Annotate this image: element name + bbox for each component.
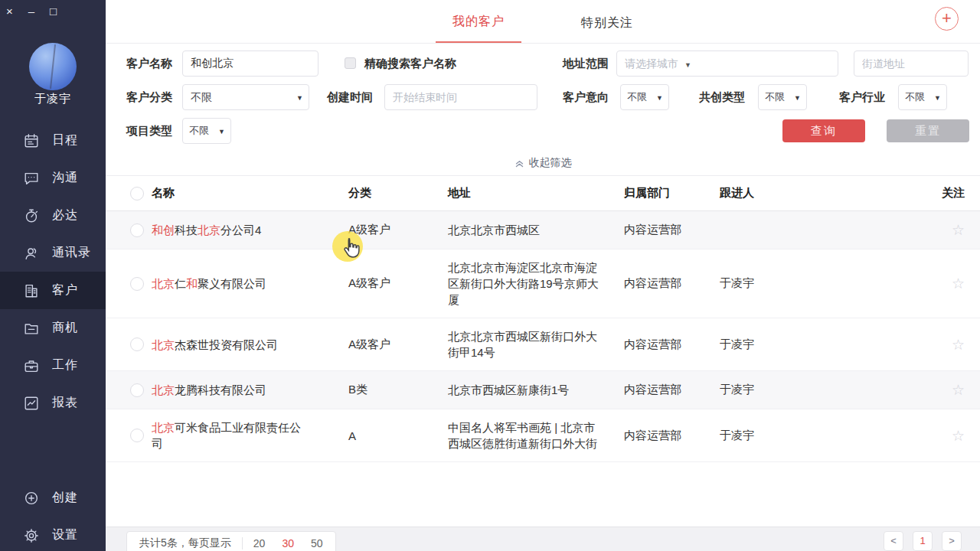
page-size-30[interactable]: 30 xyxy=(282,537,294,549)
col-header-address: 地址 xyxy=(448,186,624,201)
sidebar-item-label: 工作 xyxy=(52,357,78,373)
star-icon[interactable]: ☆ xyxy=(952,428,965,444)
customer-category-label: 客户分类 xyxy=(126,84,172,110)
highlighted-keyword: 北京 xyxy=(152,277,175,290)
window-maximize-button[interactable]: □ xyxy=(50,5,57,18)
briefcase-icon xyxy=(23,357,40,374)
star-icon[interactable]: ☆ xyxy=(952,337,965,353)
search-button[interactable]: 查询 xyxy=(782,119,865,142)
avatar[interactable] xyxy=(29,43,77,90)
pagination-prev-button[interactable]: < xyxy=(884,531,903,551)
stopwatch-icon xyxy=(23,207,40,224)
customer-name-link[interactable]: 北京可米食品工业有限责任公司 xyxy=(152,419,309,452)
customer-table: 名称 分类 地址 归属部门 跟进人 关注 和创科技北京分公司4A级客户北京北京市… xyxy=(106,176,980,462)
sidebar-item-create[interactable]: 创建 xyxy=(0,479,106,517)
divider xyxy=(242,537,243,549)
sidebar-item-contacts[interactable]: 通讯录 xyxy=(0,234,106,272)
customer-industry-select[interactable]: 不限▼ xyxy=(898,84,947,110)
sidebar-item-work[interactable]: 工作 xyxy=(0,347,106,384)
col-header-department: 归属部门 xyxy=(624,186,720,201)
row-checkbox[interactable] xyxy=(130,277,144,291)
cocreate-type-select[interactable]: 不限▼ xyxy=(758,84,807,110)
star-icon[interactable]: ☆ xyxy=(952,276,965,292)
project-type-select[interactable]: 不限▼ xyxy=(182,118,231,144)
name-text: 仁 xyxy=(175,277,186,290)
customer-follower: 于凌宇 xyxy=(720,337,919,352)
filter-panel: 客户名称 精确搜索客户名称 地址范围 请选择城市▼ 客户分类 不限▼ 创建时间 … xyxy=(106,44,980,151)
customer-name-input[interactable] xyxy=(182,51,318,77)
sidebar-bottom-menu: 创建设置 xyxy=(0,479,106,551)
pagination-next-button[interactable]: > xyxy=(942,531,962,551)
exact-search-checkbox[interactable] xyxy=(345,57,356,69)
sidebar-item-label: 日程 xyxy=(52,132,78,148)
cocreate-type-label: 共创类型 xyxy=(699,84,745,110)
chart-icon xyxy=(23,395,40,412)
sidebar-item-label: 通讯录 xyxy=(52,245,91,261)
add-customer-button[interactable]: + xyxy=(935,7,959,31)
follow-cell: ☆ xyxy=(919,275,980,292)
row-checkbox[interactable] xyxy=(130,223,144,237)
page-size-20[interactable]: 20 xyxy=(253,537,266,549)
sidebar-item-communication[interactable]: 沟通 xyxy=(0,159,106,197)
street-address-input[interactable] xyxy=(854,51,969,77)
follow-cell: ☆ xyxy=(919,336,980,354)
sidebar-item-schedule[interactable]: 日程 xyxy=(0,122,106,159)
footer-bar: 共计5条，每页显示 203050 < 1 > xyxy=(106,527,980,551)
highlighted-keyword: 和 xyxy=(186,277,198,290)
sidebar-item-label: 客户 xyxy=(52,282,78,298)
customer-intent-select[interactable]: 不限▼ xyxy=(620,84,669,110)
window-close-button[interactable]: × xyxy=(6,5,13,18)
collapse-filters-button[interactable]: 收起筛选 xyxy=(106,151,980,176)
table-row: 北京可米食品工业有限责任公司A中国名人将军书画苑 | 北京市西城区德胜街道新街口… xyxy=(106,409,980,462)
page-size-50[interactable]: 50 xyxy=(311,537,323,549)
sidebar-item-reports[interactable]: 报表 xyxy=(0,384,106,422)
window-minimize-button[interactable]: – xyxy=(28,5,34,18)
reset-button[interactable]: 重置 xyxy=(887,119,969,142)
folder-icon xyxy=(23,320,40,337)
page-size-control: 共计5条，每页显示 203050 xyxy=(126,531,336,551)
tab-special-follow[interactable]: 特别关注 xyxy=(564,15,650,43)
pagination-current-page[interactable]: 1 xyxy=(913,531,933,551)
sidebar-item-customers[interactable]: 客户 xyxy=(0,272,106,309)
exact-search-label: 精确搜索客户名称 xyxy=(364,51,456,77)
customer-category: A级客户 xyxy=(348,276,448,291)
tab-my-customers[interactable]: 我的客户 xyxy=(436,14,521,43)
sidebar-item-label: 必达 xyxy=(52,207,78,223)
city-select[interactable]: 请选择城市▼ xyxy=(616,51,838,77)
table-row: 北京龙腾科技有限公司B类北京市西城区新康街1号内容运营部于凌宇☆ xyxy=(106,371,980,409)
sidebar-item-settings[interactable]: 设置 xyxy=(0,517,106,551)
customer-address: 北京北京市西城区 xyxy=(448,222,601,238)
row-checkbox[interactable] xyxy=(130,337,144,351)
select-all-checkbox[interactable] xyxy=(130,187,144,201)
customer-department: 内容运营部 xyxy=(624,223,720,237)
star-icon[interactable]: ☆ xyxy=(952,382,965,398)
customer-address: 中国名人将军书画苑 | 北京市西城区德胜街道新街口外大街 xyxy=(448,419,601,452)
caret-down-icon: ▼ xyxy=(218,119,225,144)
highlighted-keyword: 北京 xyxy=(152,421,175,434)
highlighted-keyword: 北京 xyxy=(152,383,175,396)
sidebar-menu: 日程沟通必达通讯录客户商机工作报表 xyxy=(0,122,106,422)
name-text: 聚义有限公司 xyxy=(198,277,266,290)
table-header-row: 名称 分类 地址 归属部门 跟进人 关注 xyxy=(106,176,980,211)
customer-name-link[interactable]: 北京杰森世投资有限公司 xyxy=(152,337,309,353)
customer-department: 内容运营部 xyxy=(624,337,720,352)
main-content: 我的客户特别关注 + 客户名称 精确搜索客户名称 地址范围 请选择城市▼ 客户分… xyxy=(106,0,980,551)
row-checkbox[interactable] xyxy=(130,429,144,442)
follow-cell: ☆ xyxy=(919,221,980,239)
customer-name-link[interactable]: 北京仁和聚义有限公司 xyxy=(152,276,309,292)
name-text: 可米食品工业有限责任公司 xyxy=(152,421,301,450)
customer-name-link[interactable]: 北京龙腾科技有限公司 xyxy=(152,382,309,398)
customer-name-label: 客户名称 xyxy=(126,51,172,77)
pagination: < 1 > xyxy=(884,531,962,551)
row-checkbox[interactable] xyxy=(130,383,144,397)
gear-icon xyxy=(23,527,40,544)
sidebar-item-opportunities[interactable]: 商机 xyxy=(0,309,106,347)
customer-follower: 于凌宇 xyxy=(720,383,919,397)
customer-category-select[interactable]: 不限▼ xyxy=(182,84,309,110)
sidebar-item-bida[interactable]: 必达 xyxy=(0,197,106,234)
follow-cell: ☆ xyxy=(919,381,980,399)
customer-name-link[interactable]: 和创科技北京分公司4 xyxy=(152,222,309,238)
create-time-input[interactable] xyxy=(384,84,537,110)
star-icon[interactable]: ☆ xyxy=(952,222,965,238)
project-type-label: 项目类型 xyxy=(126,118,172,144)
